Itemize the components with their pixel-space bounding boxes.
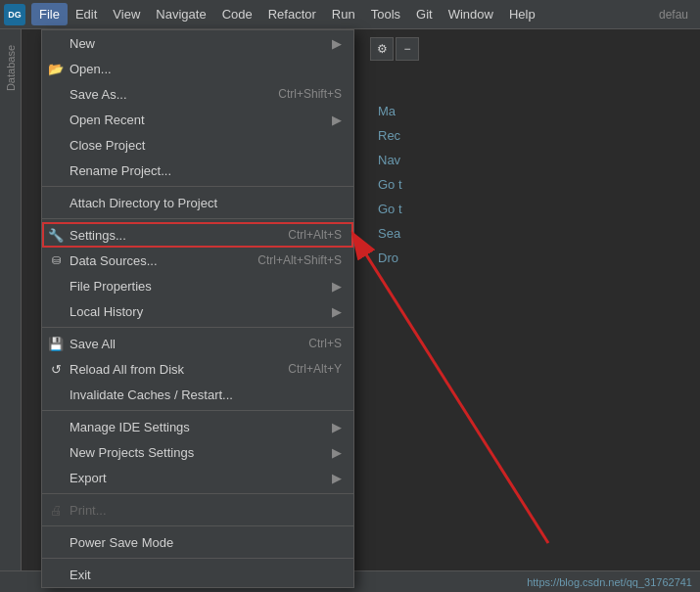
menu-navigate[interactable]: Navigate [148, 3, 213, 25]
menu-save-as[interactable]: Save As... Ctrl+Shift+S [42, 81, 353, 107]
menu-file-properties[interactable]: File Properties ▶ [42, 273, 353, 298]
db-icon: ⛁ [48, 252, 64, 268]
menu-data-sources[interactable]: ⛁ Data Sources... Ctrl+Alt+Shift+S [42, 248, 353, 273]
menu-local-history[interactable]: Local History ▶ [42, 298, 353, 324]
separator-7 [42, 558, 353, 559]
minus-button[interactable]: − [396, 37, 419, 61]
right-items-list: Ma Rec Nav Go t Go t Sea Dro [370, 100, 692, 269]
right-link-5[interactable]: Go t [370, 198, 692, 220]
menu-exit[interactable]: Exit [42, 562, 353, 587]
menu-help[interactable]: Help [501, 3, 543, 25]
right-link-6[interactable]: Sea [370, 222, 692, 245]
separator-6 [42, 525, 353, 526]
menu-attach-directory[interactable]: Attach Directory to Project [42, 190, 353, 215]
menu-export[interactable]: Export ▶ [42, 465, 353, 490]
file-dropdown-menu: New ▶ 📂 Open... Save As... Ctrl+Shift+S … [41, 29, 354, 588]
separator-2 [42, 218, 353, 219]
status-url: https://blog.csdn.net/qq_31762741 [527, 576, 692, 588]
wrench-icon: 🔧 [48, 227, 64, 243]
menu-refactor[interactable]: Refactor [260, 3, 324, 25]
menu-rename-project[interactable]: Rename Project... [42, 158, 353, 183]
right-panel-toolbar: ⚙ − [370, 37, 692, 61]
menu-window[interactable]: Window [441, 3, 501, 25]
menu-edit[interactable]: Edit [68, 3, 105, 25]
menu-new-projects[interactable]: New Projects Settings ▶ [42, 439, 353, 465]
right-link-2[interactable]: Rec [370, 124, 692, 147]
app-logo: DG [4, 4, 25, 25]
right-link-1[interactable]: Ma [370, 100, 692, 122]
menu-print: 🖨 Print... [42, 497, 353, 523]
gear-button[interactable]: ⚙ [370, 37, 394, 61]
menu-tools[interactable]: Tools [363, 3, 408, 25]
separator-1 [42, 186, 353, 187]
menu-new[interactable]: New ▶ [42, 30, 353, 56]
menubar-right-text: defau [651, 8, 696, 22]
print-icon: 🖨 [48, 502, 64, 518]
right-link-3[interactable]: Nav [370, 149, 692, 171]
menu-save-all[interactable]: 💾 Save All Ctrl+S [42, 331, 353, 356]
right-panel: ⚙ − Ma Rec Nav Go t Go t Sea Dro [362, 29, 700, 592]
sidebar: Database [0, 29, 22, 592]
folder-icon: 📂 [48, 61, 64, 76]
menu-invalidate-caches[interactable]: Invalidate Caches / Restart... [42, 382, 353, 407]
menu-power-save[interactable]: Power Save Mode [42, 529, 353, 555]
menu-file[interactable]: File [31, 3, 68, 25]
menu-code[interactable]: Code [214, 3, 260, 25]
menubar: DG File Edit View Navigate Code Refactor… [0, 0, 700, 29]
reload-icon: ↺ [48, 361, 64, 377]
menu-close-project[interactable]: Close Project [42, 132, 353, 158]
menu-open[interactable]: 📂 Open... [42, 56, 353, 81]
menu-manage-ide[interactable]: Manage IDE Settings ▶ [42, 414, 353, 439]
menu-git[interactable]: Git [408, 3, 441, 25]
menu-reload-disk[interactable]: ↺ Reload All from Disk Ctrl+Alt+Y [42, 356, 353, 382]
menu-view[interactable]: View [105, 3, 148, 25]
sidebar-label: Database [5, 45, 17, 91]
separator-5 [42, 493, 353, 494]
right-link-4[interactable]: Go t [370, 173, 692, 196]
separator-3 [42, 327, 353, 328]
menu-open-recent[interactable]: Open Recent ▶ [42, 107, 353, 132]
menu-run[interactable]: Run [324, 3, 363, 25]
save-icon: 💾 [48, 336, 64, 351]
menu-settings[interactable]: 🔧 Settings... Ctrl+Alt+S [42, 222, 353, 248]
separator-4 [42, 410, 353, 411]
right-link-7[interactable]: Dro [370, 247, 692, 269]
